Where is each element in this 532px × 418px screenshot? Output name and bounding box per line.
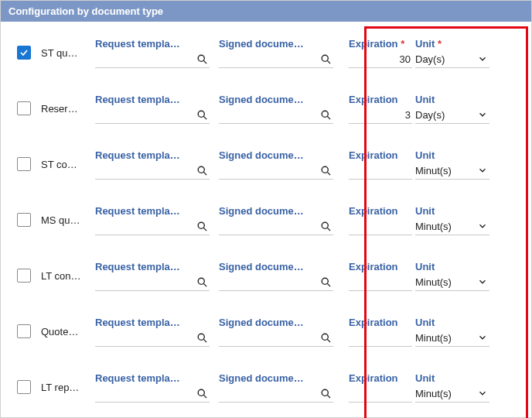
unit-value: Minut(s) <box>415 276 452 288</box>
search-icon[interactable] <box>320 276 332 288</box>
label-unit: Unit <box>415 149 489 161</box>
unit-cell: UnitMinut(s) <box>412 261 489 291</box>
search-icon[interactable] <box>196 388 208 399</box>
request-template-cell: Request templa… <box>95 38 219 68</box>
label-request-template: Request templa… <box>95 317 210 328</box>
expiration-cell: Expiration <box>343 372 412 403</box>
search-icon[interactable] <box>196 332 208 344</box>
row-checkbox[interactable] <box>17 324 31 338</box>
label-request-template: Request templa… <box>95 94 210 105</box>
unit-cell: UnitMinut(s) <box>412 317 489 347</box>
svg-point-12 <box>198 222 204 228</box>
search-icon[interactable] <box>320 165 332 176</box>
signed-document-lookup[interactable] <box>219 107 333 124</box>
unit-cell: UnitMinut(s) <box>412 149 489 180</box>
cell-checkbox <box>7 380 41 394</box>
expiration-input[interactable]: 30 <box>349 51 412 68</box>
unit-value: Minut(s) <box>415 332 452 344</box>
expiration-input[interactable] <box>349 163 412 180</box>
search-icon[interactable] <box>196 109 208 121</box>
required-asterisk: * <box>398 38 405 50</box>
search-icon[interactable] <box>320 109 332 121</box>
request-template-cell: Request templa… <box>95 94 219 124</box>
unit-cell: UnitMinut(s) <box>412 205 489 235</box>
label-expiration: Expiration <box>349 149 412 161</box>
unit-select[interactable]: Minut(s) <box>415 330 489 347</box>
signed-document-cell: Signed docume… <box>219 149 343 180</box>
svg-point-20 <box>198 334 204 340</box>
table-row: Reser…Request templa…Signed docume…Expir… <box>4 81 528 136</box>
doc-type-label: Reser… <box>41 103 95 115</box>
expiration-cell: Expiration <box>343 317 412 347</box>
row-checkbox[interactable] <box>17 213 31 227</box>
unit-select[interactable]: Day(s) <box>415 51 489 68</box>
unit-value: Minut(s) <box>415 388 452 399</box>
label-expiration: Expiration <box>349 94 412 105</box>
unit-select[interactable]: Minut(s) <box>415 218 489 235</box>
expiration-input[interactable] <box>349 330 412 347</box>
label-request-template: Request templa… <box>95 149 210 161</box>
svg-line-21 <box>203 339 206 342</box>
cell-checkbox <box>7 157 41 171</box>
request-template-lookup[interactable] <box>95 51 210 68</box>
search-icon[interactable] <box>196 221 208 232</box>
row-checkbox[interactable] <box>17 269 31 283</box>
request-template-lookup[interactable] <box>95 163 210 180</box>
request-template-lookup[interactable] <box>95 330 210 347</box>
signed-document-lookup[interactable] <box>219 385 333 403</box>
signed-document-lookup[interactable] <box>219 163 333 180</box>
row-checkbox[interactable] <box>17 101 31 115</box>
search-icon[interactable] <box>320 388 332 399</box>
signed-document-lookup[interactable] <box>219 274 333 291</box>
svg-line-17 <box>203 283 206 286</box>
search-icon[interactable] <box>320 53 332 65</box>
search-icon[interactable] <box>320 221 332 232</box>
row-checkbox[interactable] <box>17 157 31 171</box>
unit-cell: UnitMinut(s) <box>412 372 489 403</box>
search-icon[interactable] <box>196 276 208 288</box>
request-template-lookup[interactable] <box>95 107 210 124</box>
table-row: LT con…Request templa…Signed docume…Expi… <box>4 248 528 303</box>
expiration-cell: Expiration <box>343 261 412 291</box>
request-template-cell: Request templa… <box>95 372 219 403</box>
expiration-value: 30 <box>349 53 411 65</box>
expiration-input[interactable]: 3 <box>349 107 412 124</box>
request-template-cell: Request templa… <box>95 149 219 180</box>
signed-document-cell: Signed docume… <box>219 372 343 403</box>
request-template-lookup[interactable] <box>95 218 210 235</box>
chevron-down-icon <box>477 388 488 399</box>
label-expiration: Expiration <box>349 372 412 384</box>
expiration-value: 3 <box>349 109 411 121</box>
unit-select[interactable]: Minut(s) <box>415 385 489 403</box>
cell-checkbox <box>7 324 41 338</box>
signed-document-lookup[interactable] <box>219 330 333 347</box>
request-template-cell: Request templa… <box>95 317 219 347</box>
label-request-template: Request templa… <box>95 372 210 384</box>
unit-select[interactable]: Minut(s) <box>415 274 489 291</box>
svg-point-8 <box>198 166 204 173</box>
doc-type-label: Quote… <box>41 326 95 337</box>
expiration-input[interactable] <box>349 218 412 235</box>
unit-select[interactable]: Day(s) <box>415 107 489 124</box>
config-panel: Configuration by document type ST qu…Req… <box>0 0 532 418</box>
expiration-cell: Expiration <box>343 149 412 180</box>
row-checkbox[interactable] <box>17 380 31 394</box>
signed-document-lookup[interactable] <box>219 51 333 68</box>
doc-type-label: LT con… <box>41 270 95 282</box>
expiration-input[interactable] <box>349 385 412 403</box>
doc-type-label: ST qu… <box>41 47 95 59</box>
search-icon[interactable] <box>196 53 208 65</box>
request-template-lookup[interactable] <box>95 274 210 291</box>
expiration-input[interactable] <box>349 274 412 291</box>
chevron-down-icon <box>477 109 488 120</box>
unit-select[interactable]: Minut(s) <box>415 163 489 180</box>
signed-document-lookup[interactable] <box>219 218 333 235</box>
search-icon[interactable] <box>320 332 332 344</box>
row-checkbox[interactable] <box>17 46 31 60</box>
unit-value: Minut(s) <box>415 221 452 232</box>
label-expiration: Expiration <box>349 205 412 217</box>
search-icon[interactable] <box>196 165 208 176</box>
request-template-lookup[interactable] <box>95 385 210 403</box>
svg-line-27 <box>327 395 330 398</box>
svg-line-9 <box>203 172 206 175</box>
